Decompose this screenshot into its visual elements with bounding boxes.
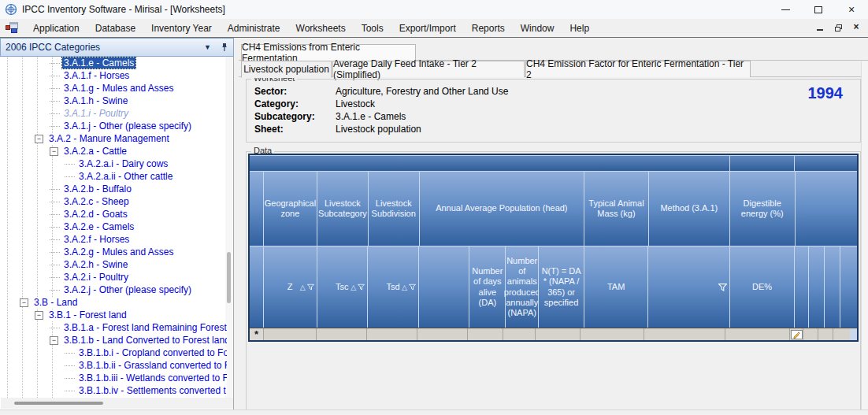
tree-connector [50,113,60,114]
chevron-down-icon[interactable]: ▼ [204,43,211,51]
subcategory-value: 3.A.1.e - Camels [336,111,406,124]
new-row-cell-de[interactable] [725,328,790,340]
tree-item[interactable]: 3.B.1.b.i - Cropland converted to Fo [1,346,227,359]
tree-item[interactable]: 3.B.1.a - Forest land Remaining Forest l [1,321,227,334]
menu-administrate[interactable]: Administrate [220,20,288,37]
category-field: Category: Livestock [254,98,375,111]
col-group-typical-animal-mass: Typical Animal Mass (kg) [584,172,648,246]
minimize-button[interactable] [769,0,802,19]
tree-item[interactable]: −3.B.1.b - Land Converted to Forest land [1,334,227,346]
col-group-livestock-subdivision: Livestock Subdivision [369,172,419,246]
col-header-nt: N(T) = DA * (NAPA / 365) or specified [539,246,584,328]
menu-help[interactable]: Help [562,20,597,37]
collapse-icon[interactable]: − [35,135,43,143]
new-row-cell-extra[interactable] [833,328,850,340]
tree-item[interactable]: −3.A.2 - Manure Management [1,132,227,145]
col-header-tsc-label: Tsc [336,282,349,292]
close-button[interactable]: × [835,0,868,19]
tree-item[interactable]: 3.A.1.g - Mules and Asses [1,82,227,94]
tree-item[interactable]: 3.B.1.b.ii - Grassland converted to F [1,359,227,372]
tree-vertical-scrollbar-thumb[interactable] [227,252,231,303]
pin-icon[interactable] [221,43,228,52]
tree-item[interactable]: 3.A.1.f - Horses [1,69,227,82]
tree-item[interactable]: 3.A.2.a.i - Dairy cows [1,157,227,170]
edit-row-button[interactable] [791,330,803,339]
new-row-cell-z[interactable] [264,328,317,340]
menu-inventory-year[interactable]: Inventory Year [143,20,220,37]
sheet-value: Livestock population [336,124,421,136]
tree-item-label: 3.A.2.b - Buffalo [62,183,133,195]
menu-export-import[interactable]: Export/Import [391,20,464,37]
menu-database[interactable]: Database [87,20,143,37]
category-tree: 3.A.1.e - Camels3.A.1.f - Horses3.A.1.g … [1,57,227,398]
tree-item[interactable]: 3.A.2.b - Buffalo [1,183,227,195]
tree-item[interactable]: 3.A.2.j - Other (please specify) [1,283,227,296]
menu-reports[interactable]: Reports [464,20,513,37]
tab-average-daily-feed-intake[interactable]: Average Daily Feed Intake - Tier 2 (Simp… [332,61,525,77]
data-groupbox: Data Geographical zone Livestock Subcate… [246,151,861,415]
sector-field: Sector: Agriculture, Forestry and Other … [254,86,508,98]
new-row-cell-extra[interactable] [803,328,818,340]
menu-tools[interactable]: Tools [354,20,391,37]
tree-item[interactable]: 3.A.2.d - Goats [1,208,227,220]
col-header-tsd[interactable]: Tsd △ [368,246,418,328]
collapse-icon[interactable]: − [20,298,28,307]
col-header-z[interactable]: Z △ [264,246,317,328]
tree-item[interactable]: 3.A.1.h - Swine [1,94,227,107]
tree-item[interactable]: 3.A.2.h - Swine [1,258,227,271]
filter-icon[interactable] [409,283,416,290]
menu-application[interactable]: Application [25,20,87,37]
filter-icon[interactable] [718,283,727,291]
tree-item[interactable]: 3.A.1.i - Poultry [1,107,227,120]
col-header-tsc[interactable]: Tsc △ [317,246,368,328]
new-row-cell-tsd[interactable] [367,328,417,340]
tree-item[interactable]: 3.A.1.e - Camels [1,57,227,69]
maximize-button[interactable] [802,0,835,19]
mdi-restore-button[interactable] [833,22,844,32]
tree-item[interactable]: 3.A.2.f - Horses [1,233,227,246]
mdi-minimize-button[interactable] [814,22,825,32]
tree-connector [50,202,60,202]
panel-vertical-scrollbar[interactable] [861,61,868,409]
tree-item[interactable]: −3.A.2.a - Cattle [1,145,227,157]
tree-item[interactable]: 3.B.1.b.iv - Settlements converted t [1,384,227,397]
new-row-cell-tsc[interactable] [317,328,367,340]
sort-ascending-icon[interactable]: △ [300,283,306,291]
livestock-data-grid: Geographical zone Livestock Subcategory … [248,154,859,342]
new-row-cell-napa[interactable] [503,328,536,340]
new-row-cell-tam[interactable] [581,328,644,340]
tree-item[interactable]: 3.A.2.g - Mules and Asses [1,246,227,258]
tree-item[interactable]: 3.A.1.j - Other (please specify) [1,120,227,132]
col-group-digestible-energy: Digestible energy (%) [730,172,794,246]
new-row-marker[interactable]: * [250,328,264,340]
col-header-method-filter[interactable] [648,246,729,328]
tree-item[interactable]: 3.A.2.c - Sheep [1,195,227,208]
collapse-icon[interactable]: − [35,311,43,320]
tab-ch4-emission-factor[interactable]: CH4 Emission Factor for Enteric Fermenta… [525,61,751,77]
filter-icon[interactable] [358,283,365,290]
close-icon: × [848,4,855,15]
new-row-cell-extra[interactable] [818,328,833,340]
tab-livestock-population[interactable]: Livestock population [241,61,332,78]
collapse-icon[interactable]: − [50,147,58,156]
new-row-cell-da[interactable] [468,328,503,340]
menu-worksheets[interactable]: Worksheets [288,20,354,37]
tree-item[interactable]: −3.B - Land [1,296,227,309]
tree-horizontal-scrollbar[interactable] [1,398,233,409]
filter-icon[interactable] [307,283,314,290]
new-row-cell-aap[interactable] [417,328,468,340]
menu-window[interactable]: Window [513,20,562,37]
tree-item[interactable]: 3.A.2.e - Camels [1,220,227,233]
sort-ascending-icon[interactable]: △ [402,283,407,291]
tree-item[interactable]: −3.B.1 - Forest land [1,309,227,321]
tree-horizontal-scrollbar-thumb[interactable] [14,402,103,405]
sort-ascending-icon[interactable]: △ [351,283,356,291]
mdi-close-button[interactable]: × [851,22,862,32]
tree-item[interactable]: 3.A.2.i - Poultry [1,271,227,283]
app-window: IPCC Inventory Software - Mirisal - [Wor… [0,0,868,415]
new-row-cell-nt[interactable] [536,328,581,340]
new-row-cell-method[interactable] [644,328,725,340]
tree-item[interactable]: 3.B.1.b.iii - Wetlands converted to F [1,372,227,384]
collapse-icon[interactable]: − [50,336,58,345]
tree-item[interactable]: 3.A.2.a.ii - Other cattle [1,170,227,183]
